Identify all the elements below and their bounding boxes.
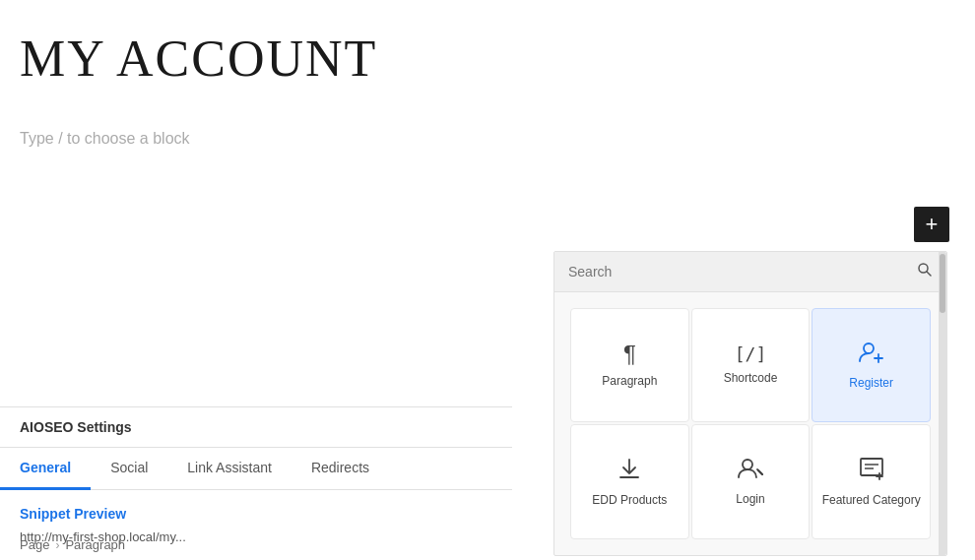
paragraph-label: Paragraph [602,374,657,388]
breadcrumb-separator: › [55,538,59,552]
page-title: MY ACCOUNT [0,0,975,107]
block-placeholder[interactable]: Type / to choose a block [0,117,975,159]
tab-general[interactable]: General [0,448,91,490]
snippet-preview-label: Snippet Preview [20,506,492,522]
search-icon [917,262,933,281]
breadcrumb-page: Page [20,537,49,552]
block-item-edd-products[interactable]: EDD Products [570,424,689,540]
aioseo-tabs: General Social Link Assistant Redirects [0,448,512,490]
block-item-login[interactable]: Login [691,424,811,540]
tab-redirects[interactable]: Redirects [292,448,389,490]
block-item-paragraph[interactable]: ¶ Paragraph [570,308,689,422]
featured-category-label: Featured Category [822,493,921,507]
shortcode-label: Shortcode [724,371,778,385]
register-label: Register [849,376,893,390]
login-label: Login [736,492,764,506]
block-picker-panel: ¶ Paragraph [/] Shortcode Regist [553,251,947,556]
block-item-register[interactable]: Register [812,308,931,422]
paragraph-icon: ¶ [623,342,636,366]
edd-products-icon [617,456,642,485]
breadcrumb-current: Paragraph [65,537,125,552]
add-block-button[interactable]: + [914,207,949,242]
editor-area: MY ACCOUNT Type / to choose a block + AI… [0,0,975,560]
shortcode-icon: [/] [735,345,767,363]
svg-point-2 [864,343,874,353]
login-icon [737,457,764,484]
tab-social[interactable]: Social [91,448,167,490]
plus-icon: + [926,214,939,235]
register-icon [858,341,885,368]
breadcrumb: Page › Paragraph [20,537,125,552]
block-picker-search-bar [554,252,946,292]
edd-products-label: EDD Products [592,493,667,507]
block-item-shortcode[interactable]: [/] Shortcode [691,308,811,422]
picker-scrollbar-thumb [940,254,945,313]
block-search-input[interactable] [568,264,917,280]
aioseo-header: AIOSEO Settings [0,407,512,448]
block-item-featured-category[interactable]: Featured Category [812,424,931,540]
block-picker-grid: ¶ Paragraph [/] Shortcode Regist [554,292,946,555]
featured-category-icon [858,456,885,485]
svg-point-6 [743,460,752,469]
picker-scrollbar[interactable] [939,252,946,555]
tab-link-assistant[interactable]: Link Assistant [167,448,292,490]
svg-line-1 [927,272,931,276]
